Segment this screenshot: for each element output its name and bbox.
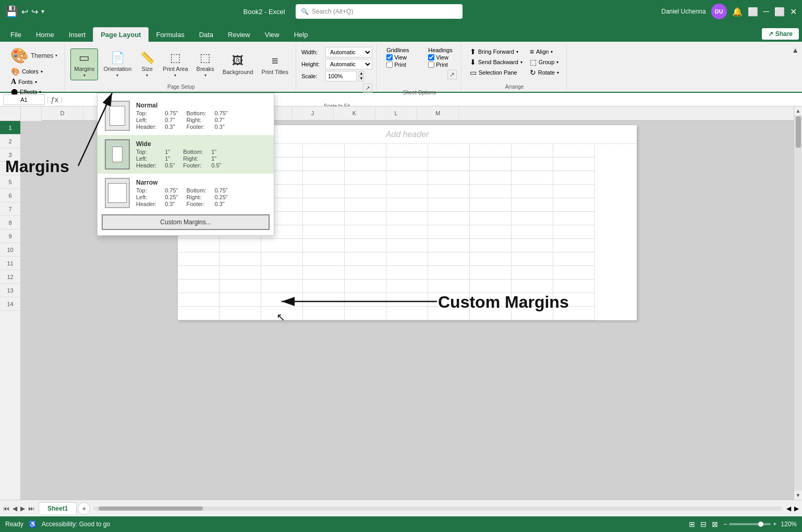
themes-btn[interactable]: 🎨 Themes ▾ [7, 45, 60, 66]
cell-d9[interactable] [178, 252, 220, 266]
cell-k6[interactable] [470, 212, 512, 225]
cell-j8[interactable] [428, 239, 470, 252]
cell-j5[interactable] [428, 198, 470, 212]
sheet-tab-sheet1[interactable]: Sheet1 [39, 502, 77, 514]
gridlines-view-checkbox[interactable] [386, 54, 393, 61]
cell-j7[interactable] [428, 225, 470, 239]
scroll-down-btn[interactable]: ▼ [794, 491, 802, 500]
cell-j11[interactable] [428, 280, 470, 293]
print-area-btn[interactable]: ⬚ Print Area ▾ [160, 49, 191, 80]
tab-home[interactable]: Home [29, 28, 62, 42]
scroll-thumb[interactable] [796, 116, 801, 148]
cell-h10[interactable] [345, 266, 386, 280]
align-btn[interactable]: ≡ Align ▾ [528, 47, 561, 56]
cell-j12[interactable] [428, 293, 470, 307]
cell-m11[interactable] [553, 280, 595, 293]
cell-g4[interactable] [303, 185, 345, 198]
cell-i2[interactable] [386, 158, 428, 171]
cell-j6[interactable] [428, 212, 470, 225]
tab-next-btn[interactable]: ▶ [19, 504, 26, 513]
close-btn[interactable]: ✕ [790, 7, 797, 17]
row-2[interactable]: 2 [0, 135, 20, 148]
redo-btn[interactable]: ↪ [31, 7, 38, 17]
tab-page-layout[interactable]: Page Layout [93, 27, 149, 42]
cell-h11[interactable] [345, 280, 386, 293]
row-1[interactable]: 1 [0, 121, 20, 135]
row-13[interactable]: 13 [0, 284, 20, 297]
col-d[interactable]: D [42, 106, 83, 120]
cell-h1[interactable] [345, 144, 386, 158]
gridlines-print-checkbox[interactable] [386, 62, 393, 68]
cell-m7[interactable] [553, 225, 595, 239]
cell-i3[interactable] [386, 171, 428, 185]
tab-formulas[interactable]: Formulas [149, 28, 191, 42]
page-layout-view-btn[interactable]: ⊟ [700, 520, 707, 528]
cell-j9[interactable] [428, 252, 470, 266]
cell-d13[interactable] [178, 307, 220, 320]
cell-f9[interactable] [261, 252, 303, 266]
tab-last-btn[interactable]: ⏭ [27, 504, 35, 513]
h-scroll-right[interactable]: ▶ [793, 504, 800, 513]
cell-f13[interactable] [261, 307, 303, 320]
cell-e12[interactable] [220, 293, 261, 307]
background-btn[interactable]: 🖼 Background [220, 52, 257, 77]
cell-k2[interactable] [470, 158, 512, 171]
scale-to-fit-dialog-btn[interactable]: ↗ [363, 83, 372, 93]
col-k[interactable]: K [334, 106, 375, 120]
cell-e9[interactable] [220, 252, 261, 266]
cell-i8[interactable] [386, 239, 428, 252]
scroll-track[interactable] [794, 115, 802, 491]
cell-d12[interactable] [178, 293, 220, 307]
row-7[interactable]: 7 [0, 202, 20, 216]
cell-k12[interactable] [470, 293, 512, 307]
cell-l2[interactable] [512, 158, 553, 171]
normal-margin-option[interactable]: Normal Top: Left: Header: 0.75" 0.7" 0.3… [98, 96, 274, 135]
cell-h2[interactable] [345, 158, 386, 171]
h-scroll-thumb[interactable] [99, 506, 203, 511]
cell-f8[interactable] [261, 239, 303, 252]
cell-m1[interactable] [553, 144, 595, 158]
tab-prev-btn[interactable]: ◀ [11, 504, 18, 513]
cell-l9[interactable] [512, 252, 553, 266]
notifications-icon[interactable]: 🔔 [732, 7, 743, 17]
breaks-btn[interactable]: ⬚ Breaks ▾ [193, 49, 217, 80]
cell-l8[interactable] [512, 239, 553, 252]
cell-m9[interactable] [553, 252, 595, 266]
cell-g7[interactable] [303, 225, 345, 239]
cell-l13[interactable] [512, 307, 553, 320]
cell-k7[interactable] [470, 225, 512, 239]
sheet-options-dialog-btn[interactable]: ↗ [447, 70, 457, 79]
height-select[interactable]: Automatic 1 page 2 pages [325, 59, 372, 69]
margins-btn[interactable]: ▭ Margins ▾ [70, 49, 98, 80]
cell-l6[interactable] [512, 212, 553, 225]
cell-k3[interactable] [470, 171, 512, 185]
cell-g2[interactable] [303, 158, 345, 171]
normal-view-btn[interactable]: ⊞ [689, 520, 695, 528]
cell-j3[interactable] [428, 171, 470, 185]
bring-forward-btn[interactable]: ⬆ Bring Forward ▾ [468, 47, 524, 56]
row-6[interactable]: 6 [0, 189, 20, 202]
custom-margins-btn[interactable]: Custom Margins... [102, 214, 270, 230]
undo-btn[interactable]: ↩ [21, 7, 28, 17]
tab-data[interactable]: Data [192, 28, 221, 42]
ribbon-display-icon[interactable]: ⬜ [748, 7, 758, 17]
cell-m2[interactable] [553, 158, 595, 171]
cell-j2[interactable] [428, 158, 470, 171]
user-avatar[interactable]: DU [711, 4, 727, 19]
cell-e10[interactable] [220, 266, 261, 280]
cell-j10[interactable] [428, 266, 470, 280]
cell-j13[interactable] [428, 307, 470, 320]
cell-i10[interactable] [386, 266, 428, 280]
cell-g11[interactable] [303, 280, 345, 293]
cell-i5[interactable] [386, 198, 428, 212]
zoom-slider[interactable] [729, 523, 771, 525]
cell-k1[interactable] [470, 144, 512, 158]
cell-m5[interactable] [553, 198, 595, 212]
send-backward-btn[interactable]: ⬇ Send Backward ▾ [468, 57, 524, 67]
cell-k5[interactable] [470, 198, 512, 212]
narrow-margin-option[interactable]: Narrow Top: Left: Header: 0.75" 0.25" 0.… [98, 174, 274, 212]
cell-i4[interactable] [386, 185, 428, 198]
cell-g1[interactable] [303, 144, 345, 158]
row-12[interactable]: 12 [0, 270, 20, 284]
cell-i13[interactable] [386, 307, 428, 320]
